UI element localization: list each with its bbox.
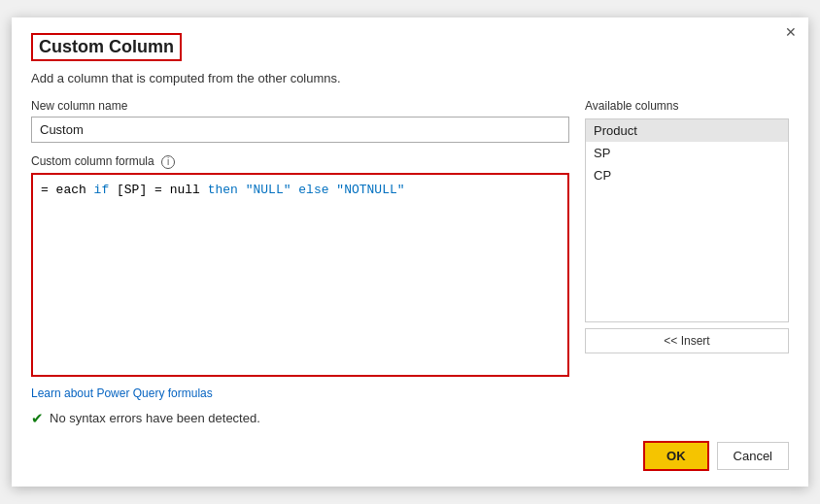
dialog-title: Custom Column [31, 33, 182, 61]
column-name-field: New column name [31, 99, 569, 143]
available-columns-label: Available columns [585, 99, 789, 113]
status-row: ✔ No syntax errors have been detected. [31, 410, 569, 427]
custom-column-dialog: ✕ Custom Column Add a column that is com… [12, 17, 808, 487]
footer: OK Cancel [31, 441, 789, 471]
dialog-subtitle: Add a column that is computed from the o… [31, 71, 789, 85]
right-panel: Available columns Product SP CP << Inser… [585, 99, 789, 353]
formula-label: Custom column formula i [31, 154, 569, 169]
formula-text: = each if [SP] = null then "NULL" else "… [41, 183, 405, 197]
list-item[interactable]: CP [586, 164, 788, 186]
cancel-button[interactable]: Cancel [717, 442, 789, 470]
formula-input-area[interactable]: = each if [SP] = null then "NULL" else "… [31, 173, 569, 377]
column-name-label: New column name [31, 99, 569, 113]
left-panel: New column name Custom column formula i … [31, 99, 569, 427]
available-columns-list: Product SP CP [585, 118, 789, 322]
learn-link[interactable]: Learn about Power Query formulas [31, 386, 213, 400]
info-icon[interactable]: i [161, 155, 175, 169]
close-button[interactable]: ✕ [785, 25, 797, 39]
body-layout: New column name Custom column formula i … [31, 99, 789, 427]
status-text: No syntax errors have been detected. [50, 411, 260, 425]
list-item[interactable]: Product [586, 119, 788, 142]
column-name-input[interactable] [31, 117, 569, 143]
formula-section: Custom column formula i = each if [SP] =… [31, 154, 569, 377]
insert-button[interactable]: << Insert [585, 328, 789, 353]
ok-button[interactable]: OK [643, 441, 709, 471]
list-item[interactable]: SP [586, 142, 788, 164]
check-icon: ✔ [31, 410, 44, 427]
